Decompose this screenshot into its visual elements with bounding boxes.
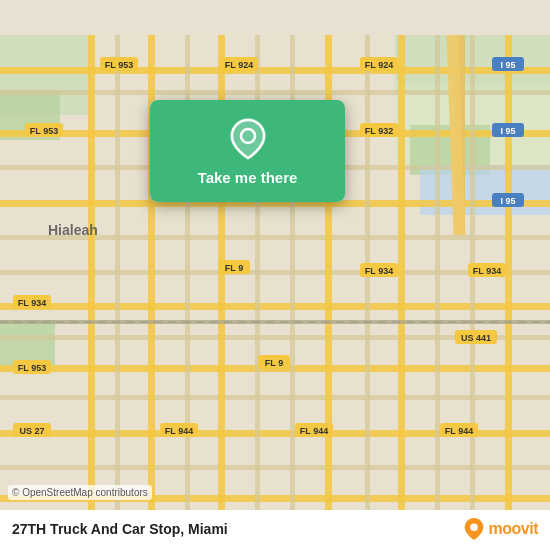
- svg-text:FL 944: FL 944: [300, 426, 328, 436]
- take-me-there-button[interactable]: Take me there: [188, 162, 308, 188]
- svg-rect-34: [505, 35, 512, 515]
- svg-rect-32: [435, 35, 440, 515]
- svg-rect-23: [115, 35, 120, 515]
- svg-text:FL 944: FL 944: [445, 426, 473, 436]
- bottom-bar: 27TH Truck And Car Stop, Miami moovit: [0, 510, 550, 550]
- svg-text:FL 934: FL 934: [473, 266, 501, 276]
- svg-rect-31: [398, 35, 405, 515]
- popup-green-area: Take me there: [150, 100, 345, 202]
- copyright-text: © OpenStreetMap contributors: [8, 485, 152, 500]
- svg-text:I 95: I 95: [500, 60, 515, 70]
- svg-rect-22: [88, 35, 95, 515]
- svg-text:FL 934: FL 934: [365, 266, 393, 276]
- svg-text:FL 924: FL 924: [225, 60, 253, 70]
- svg-text:FL 9: FL 9: [225, 263, 243, 273]
- svg-text:I 95: I 95: [500, 196, 515, 206]
- svg-text:US 27: US 27: [19, 426, 44, 436]
- svg-point-79: [470, 524, 478, 532]
- location-name: 27TH Truck And Car Stop, Miami: [12, 521, 228, 537]
- svg-text:FL 932: FL 932: [365, 126, 393, 136]
- svg-text:I 95: I 95: [500, 126, 515, 136]
- svg-text:FL 953: FL 953: [105, 60, 133, 70]
- svg-rect-18: [0, 395, 550, 400]
- moovit-text-label: moovit: [489, 520, 538, 538]
- svg-text:Hialeah: Hialeah: [48, 222, 98, 238]
- moovit-logo: moovit: [463, 518, 538, 540]
- svg-text:FL 944: FL 944: [165, 426, 193, 436]
- svg-rect-14: [0, 270, 550, 275]
- svg-text:FL 953: FL 953: [30, 126, 58, 136]
- svg-rect-15: [0, 303, 550, 310]
- svg-text:FL 953: FL 953: [18, 363, 46, 373]
- map-container: FL 953 FL 953 FL 953 FL 924 FL 924 FL 93…: [0, 0, 550, 550]
- svg-text:US 441: US 441: [461, 333, 491, 343]
- svg-text:FL 9: FL 9: [265, 358, 283, 368]
- svg-rect-20: [0, 465, 550, 470]
- svg-text:FL 934: FL 934: [18, 298, 46, 308]
- svg-rect-8: [0, 67, 550, 74]
- svg-rect-9: [0, 90, 550, 95]
- moovit-icon: [463, 518, 485, 540]
- location-pin-icon: [227, 118, 269, 160]
- svg-text:FL 924: FL 924: [365, 60, 393, 70]
- popup-card: Take me there: [150, 100, 345, 202]
